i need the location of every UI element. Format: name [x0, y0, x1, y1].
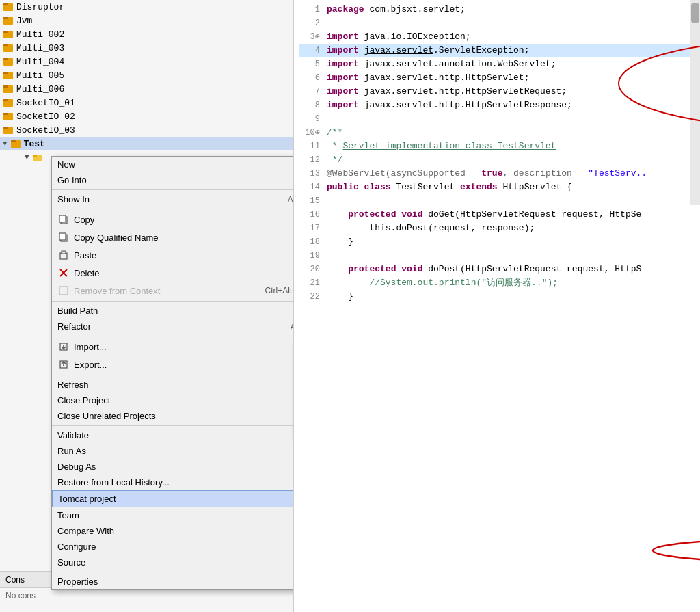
svg-rect-9 [3, 58, 8, 60]
tree-item-disruptor[interactable]: Disruptor [0, 0, 293, 14]
svg-rect-23 [33, 155, 37, 157]
tree-item-multi004[interactable]: Multi_004 [0, 55, 293, 68]
svg-rect-5 [3, 31, 8, 33]
expand-arrow: ▼ [3, 139, 8, 148]
code-line-14: 14 public class TestServlet extends Http… [299, 181, 695, 194]
menu-item-tomcat-project[interactable]: Tomcat project ▶ [52, 490, 294, 507]
menu-item-delete[interactable]: Delete Delete [52, 264, 294, 282]
svg-rect-25 [59, 215, 66, 222]
svg-rect-27 [59, 233, 66, 240]
menu-item-configure[interactable]: Configure ▶ [52, 539, 294, 555]
svg-rect-19 [3, 127, 8, 129]
code-line-5: 5 import javax.servlet.annotation.WebSer… [299, 57, 695, 71]
editor-scrollbar[interactable] [690, 0, 700, 205]
code-area[interactable]: 1 package com.bjsxt.servlet; 2 3⊕ import… [294, 0, 700, 306]
project-icon [3, 111, 14, 122]
separator5 [52, 375, 294, 375]
project-icon [3, 29, 14, 40]
expand-arrow2: ▼ [25, 153, 29, 161]
menu-item-close-unrelated[interactable]: Close Unrelated Projects [52, 408, 294, 424]
project-icon [3, 124, 14, 135]
folder-icon [32, 152, 43, 163]
menu-item-team[interactable]: Team ▶ [52, 507, 294, 523]
code-line-4: 4 import javax.servlet.ServletException; [299, 44, 695, 57]
menu-item-new[interactable]: New ▶ [52, 157, 294, 172]
code-line-7: 7 import javax.servlet.http.HttpServletR… [299, 85, 695, 98]
svg-rect-21 [11, 140, 16, 142]
code-line-8: 8 import javax.servlet.http.HttpServletR… [299, 98, 695, 112]
delete-icon [57, 267, 70, 279]
code-line-20: 20 protected void doPost(HttpServletRequ… [299, 263, 695, 276]
svg-rect-11 [3, 72, 8, 74]
svg-rect-7 [3, 44, 8, 46]
project-icon [3, 70, 14, 81]
project-explorer: Disruptor Jvm Multi_002 Multi_003 Multi_… [0, 0, 294, 612]
menu-item-export[interactable]: Export... [52, 356, 294, 373]
menu-item-build-path[interactable]: Build Path ▶ [52, 303, 294, 319]
menu-item-copy[interactable]: Copy Ctrl+C [52, 211, 294, 228]
menu-item-close-project[interactable]: Close Project [52, 393, 294, 408]
menu-item-compare-with[interactable]: Compare With ▶ [52, 523, 294, 539]
paste-icon [57, 249, 70, 261]
code-line-1: 1 package com.bjsxt.servlet; [299, 3, 695, 16]
menu-item-copy-qualified[interactable]: Copy Qualified Name [52, 228, 294, 246]
code-line-13: 13 @WebServlet(asyncSupported = true, de… [299, 167, 695, 181]
code-line-19: 19 [299, 249, 695, 263]
copy-icon [57, 213, 70, 226]
menu-item-properties[interactable]: Properties Alt+Enter [52, 574, 294, 589]
tree-item-multi006[interactable]: Multi_006 [0, 82, 293, 96]
code-line-17: 17 this.doPost(request, response); [299, 222, 695, 235]
code-line-11: 11 * Servlet implementation class TestSe… [299, 139, 695, 153]
menu-item-remove-context[interactable]: Remove from Context Ctrl+Alt+Shift+Down [52, 282, 294, 300]
remove-context-icon [57, 284, 70, 297]
menu-item-show-in[interactable]: Show In Alt+Shift+W ▶ [52, 191, 294, 207]
import-icon [57, 341, 70, 353]
red-oval-tomcat-lib [636, 533, 700, 568]
svg-rect-29 [62, 251, 66, 254]
tree-item-multi002[interactable]: Multi_002 [0, 27, 293, 41]
project-icon [3, 42, 14, 53]
menu-item-go-into[interactable]: Go Into [52, 172, 294, 188]
svg-rect-32 [59, 287, 68, 295]
menu-item-refresh[interactable]: Refresh F5 [52, 377, 294, 393]
separator7 [52, 572, 294, 572]
tree-item-multi005[interactable]: Multi_005 [0, 68, 293, 82]
scrollbar-thumb[interactable] [691, 3, 699, 23]
code-editor[interactable]: 1 package com.bjsxt.servlet; 2 3⊕ import… [294, 0, 700, 612]
code-line-18: 18 } [299, 235, 695, 249]
menu-item-restore-history[interactable]: Restore from Local History... [52, 475, 294, 490]
svg-rect-17 [3, 113, 8, 115]
tree-item-socketio01[interactable]: SocketIO_01 [0, 96, 293, 109]
tree-item-socketio03[interactable]: SocketIO_03 [0, 123, 293, 137]
tree-item-socketio02[interactable]: SocketIO_02 [0, 109, 293, 123]
project-icon [3, 97, 14, 108]
project-icon [3, 1, 14, 12]
menu-item-debug-as[interactable]: Debug As ▶ [52, 459, 294, 475]
project-icon [3, 83, 14, 94]
copy-q-icon [57, 231, 70, 243]
menu-item-refactor[interactable]: Refactor Alt+Shift+T ▶ [52, 319, 294, 334]
tree-item-multi003[interactable]: Multi_003 [0, 41, 293, 55]
svg-rect-15 [3, 99, 8, 101]
svg-rect-3 [3, 17, 8, 19]
menu-item-validate[interactable]: Validate [52, 427, 294, 443]
menu-item-run-as[interactable]: Run As ▶ [52, 443, 294, 459]
menu-item-import[interactable]: Import... [52, 338, 294, 356]
project-icon [10, 138, 21, 149]
tree-item-jvm[interactable]: Jvm [0, 14, 293, 27]
separator3 [52, 301, 294, 302]
menu-item-paste[interactable]: Paste Ctrl+V [52, 246, 294, 264]
separator6 [52, 425, 294, 426]
code-line-12: 12 */ [299, 153, 695, 167]
tree-item-test[interactable]: ▼ Test [0, 137, 293, 150]
separator4 [52, 336, 294, 336]
code-line-9: 9 [299, 112, 695, 126]
export-icon [57, 358, 70, 371]
menu-item-source[interactable]: Source ▶ [52, 555, 294, 570]
svg-rect-13 [3, 85, 8, 88]
svg-rect-1 [3, 3, 8, 5]
code-line-3: 3⊕ import java.io.IOException; [299, 30, 695, 44]
code-line-22: 22 } [299, 290, 695, 304]
main-container: Disruptor Jvm Multi_002 Multi_003 Multi_… [0, 0, 700, 612]
code-line-15: 15 [299, 194, 695, 208]
